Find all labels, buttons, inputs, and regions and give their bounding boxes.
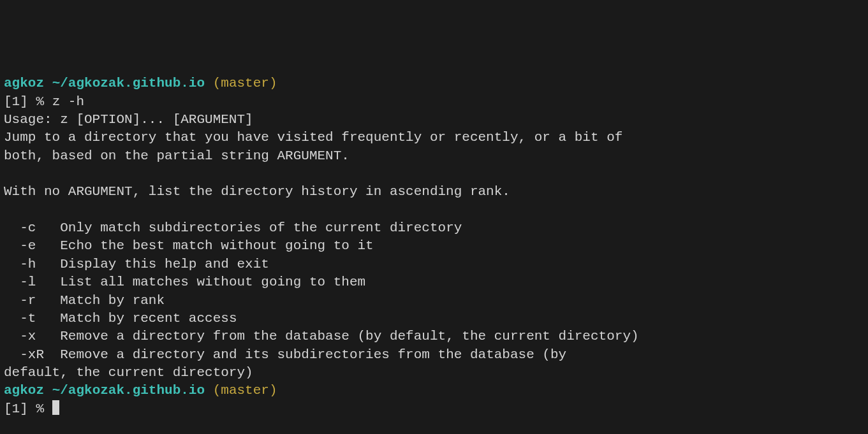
prompt-user: agkoz xyxy=(4,76,44,90)
option-row: -e Echo the best match without going to … xyxy=(4,237,864,255)
prompt-symbol: % xyxy=(36,94,44,109)
option-flag: -t xyxy=(4,310,60,328)
desc-line-2: both, based on the partial string ARGUME… xyxy=(4,147,864,165)
no-arg-line: With no ARGUMENT, list the directory his… xyxy=(4,183,864,201)
prompt-line-1: agkoz ~/agkozak.github.io (master) xyxy=(4,75,864,92)
desc-line-1: Jump to a directory that you have visite… xyxy=(4,129,864,147)
prompt-branch: (master) xyxy=(213,383,277,398)
prompt-line-2: agkoz ~/agkozak.github.io (master) xyxy=(4,382,864,400)
cursor-icon xyxy=(52,400,59,415)
command-line-2[interactable]: [1] % xyxy=(4,400,864,418)
option-flag: -c xyxy=(4,219,60,237)
option-row: -x Remove a directory from the database … xyxy=(4,328,864,345)
terminal-screen[interactable]: agkoz ~/agkozak.github.io (master)[1] % … xyxy=(4,75,864,418)
job-indicator: [1] xyxy=(4,401,28,416)
job-indicator: [1] xyxy=(4,94,28,109)
option-row: -h Display this help and exit xyxy=(4,256,864,273)
option-desc: Display this help and exit xyxy=(60,257,269,271)
option-flag: -e xyxy=(4,237,60,255)
option-flag: -h xyxy=(4,256,60,273)
option-row: -r Match by rank xyxy=(4,292,864,310)
option-flag: -l xyxy=(4,273,60,291)
option-row: -t Match by recent access xyxy=(4,310,864,328)
trailing-line: default, the current directory) xyxy=(4,364,864,382)
option-flag: -x xyxy=(4,328,60,345)
option-desc: Match by rank xyxy=(60,293,165,308)
usage-line: Usage: z [OPTION]... [ARGUMENT] xyxy=(4,111,864,129)
entered-command: z -h xyxy=(52,94,84,109)
option-desc: List all matches without going to them xyxy=(60,275,365,289)
prompt-path: ~/agkozak.github.io xyxy=(52,76,205,90)
prompt-user: agkoz xyxy=(4,383,44,398)
option-row: -c Only match subdirectories of the curr… xyxy=(4,219,864,237)
option-flag: -xR xyxy=(4,346,60,364)
option-row: -l List all matches without going to the… xyxy=(4,273,864,291)
command-line-1: [1] % z -h xyxy=(4,93,864,111)
option-desc: Match by recent access xyxy=(60,311,237,326)
prompt-branch: (master) xyxy=(213,76,277,90)
option-desc: Echo the best match without going to it xyxy=(60,238,373,253)
prompt-symbol: % xyxy=(36,401,44,416)
prompt-path: ~/agkozak.github.io xyxy=(52,383,205,398)
option-row: -xR Remove a directory and its subdirect… xyxy=(4,346,864,364)
option-desc: Only match subdirectories of the current… xyxy=(60,221,462,235)
option-desc: Remove a directory from the database (by… xyxy=(60,329,638,344)
blank-line xyxy=(4,201,864,219)
option-flag: -r xyxy=(4,292,60,310)
blank-line xyxy=(4,165,864,183)
option-desc: Remove a directory and its subdirectorie… xyxy=(60,347,566,362)
